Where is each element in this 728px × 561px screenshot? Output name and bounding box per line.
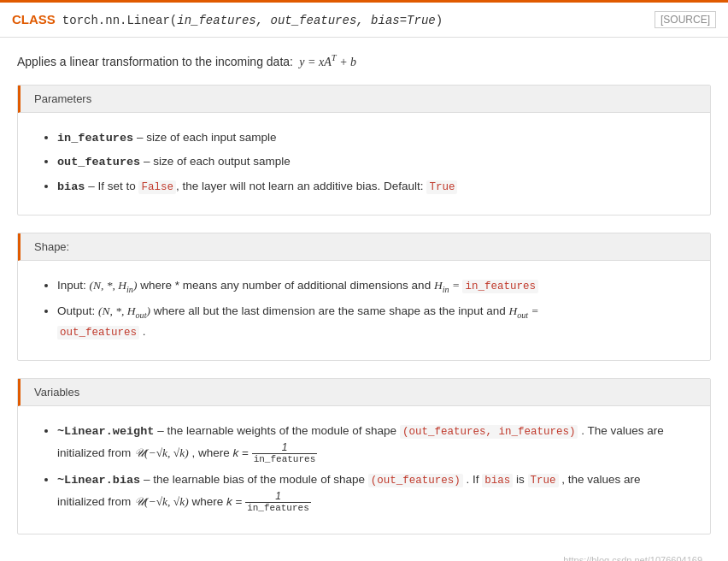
var-bias-shape: (out_features)	[368, 474, 463, 487]
class-name: torch.nn.Linear(in_features, out_feature…	[62, 14, 443, 27]
description-text: Applies a linear transformation to the i…	[17, 55, 293, 68]
shape-output-label: Output:	[57, 304, 98, 317]
parameters-section: Parameters in_features – size of each in…	[17, 85, 711, 216]
var-bias-code-bias: bias	[482, 474, 513, 487]
param-in-features: in_features – size of each input sample	[57, 128, 696, 148]
parameters-list: in_features – size of each input sample …	[32, 128, 696, 197]
param-desc-bias-2: , the layer will not learn an additive b…	[176, 180, 426, 192]
math-formula: y = xAT + b	[296, 56, 356, 68]
var-weight-frac-denom: in_features	[252, 454, 318, 465]
source-link[interactable]: [SOURCE]	[655, 11, 716, 28]
var-weight-desc1: – the learnable weights of the module of…	[157, 424, 400, 437]
var-bias-frac: 1 in_features	[245, 490, 311, 515]
shape-section: Shape: Input: (N, *, Hin) where * means …	[17, 233, 711, 361]
parameters-content: in_features – size of each input sample …	[18, 113, 710, 216]
var-weight: ~Linear.weight – the learnable weights o…	[57, 422, 696, 465]
class-header: CLASStorch.nn.Linear(in_features, out_fe…	[0, 0, 728, 38]
shape-title: Shape:	[34, 240, 69, 253]
shape-output-code: out_features	[57, 326, 139, 340]
param-bias: bias – If set to False, the layer will n…	[57, 177, 696, 197]
var-bias-desc4: , the values are	[561, 473, 640, 486]
var-bias-desc6: where k =	[191, 495, 245, 508]
var-weight-frac: 1 in_features	[252, 441, 318, 466]
variables-header: Variables	[18, 379, 710, 406]
param-name-bias: bias	[57, 180, 85, 193]
param-desc-out-features: – size of each output sample	[144, 155, 291, 168]
shape-input-label: Input:	[57, 279, 90, 292]
code-true: True	[426, 180, 457, 194]
shape-input: Input: (N, *, Hin) where * means any num…	[57, 276, 696, 297]
variables-content: ~Linear.weight – the learnable weights o…	[18, 406, 710, 533]
var-weight-shape: (out_features, in_features)	[400, 425, 578, 439]
shape-hin-math: Hin =	[434, 279, 463, 292]
shape-list: Input: (N, *, Hin) where * means any num…	[32, 276, 696, 341]
var-bias-math: 𝒰(−√k, √k)	[134, 495, 189, 508]
variables-title: Variables	[34, 386, 79, 399]
variables-list: ~Linear.weight – the learnable weights o…	[32, 422, 696, 514]
watermark: https://blog.csdn.net/1076604169	[17, 552, 711, 561]
shape-input-code: in_features	[462, 280, 538, 293]
var-bias-name: ~Linear.bias	[57, 474, 140, 487]
class-keyword: CLASS	[12, 12, 56, 27]
main-content: Applies a linear transformation to the i…	[0, 38, 728, 561]
var-bias-desc5: initialized from	[57, 495, 134, 508]
shape-header: Shape:	[18, 233, 710, 261]
shape-output-text: where all but the last dimension are the…	[154, 304, 509, 317]
var-weight-frac-numer: 1	[252, 441, 318, 454]
var-weight-desc3: , where k =	[191, 446, 251, 459]
shape-output-math: (N, *, Hout)	[98, 304, 150, 317]
var-weight-name: ~Linear.weight	[57, 425, 154, 438]
shape-output-period: .	[143, 325, 146, 338]
shape-input-math: (N, *, Hin)	[90, 279, 138, 292]
param-desc-in-features: – size of each input sample	[137, 131, 277, 144]
var-bias-desc3: is	[516, 473, 528, 486]
var-bias-desc2: . If	[466, 473, 482, 486]
parameters-title: Parameters	[34, 92, 91, 105]
param-desc-bias-1: – If set to	[88, 180, 138, 192]
param-name-in-features: in_features	[57, 132, 133, 145]
param-out-features: out_features – size of each output sampl…	[57, 152, 696, 172]
description: Applies a linear transformation to the i…	[17, 51, 711, 71]
var-bias-frac-numer: 1	[245, 490, 311, 503]
code-false: False	[138, 180, 176, 194]
var-bias-desc1: – the learnable bias of the module of sh…	[144, 473, 368, 486]
shape-hout-math: Hout =	[509, 304, 539, 317]
var-bias-frac-denom: in_features	[245, 503, 311, 514]
var-bias: ~Linear.bias – the learnable bias of the…	[57, 470, 696, 514]
parameters-header: Parameters	[18, 86, 710, 113]
shape-output: Output: (N, *, Hout) where all but the l…	[57, 302, 696, 341]
class-params: in_features, out_features, bias=True	[177, 14, 435, 27]
var-bias-code-true: True	[528, 474, 559, 487]
var-weight-math: 𝒰(−√k, √k)	[134, 446, 189, 459]
param-name-out-features: out_features	[57, 156, 140, 168]
class-signature-area: CLASStorch.nn.Linear(in_features, out_fe…	[12, 12, 443, 27]
variables-section: Variables ~Linear.weight – the learnable…	[17, 378, 711, 534]
shape-content: Input: (N, *, Hin) where * means any num…	[18, 261, 710, 360]
shape-input-text: where * means any number of additional d…	[140, 279, 434, 292]
